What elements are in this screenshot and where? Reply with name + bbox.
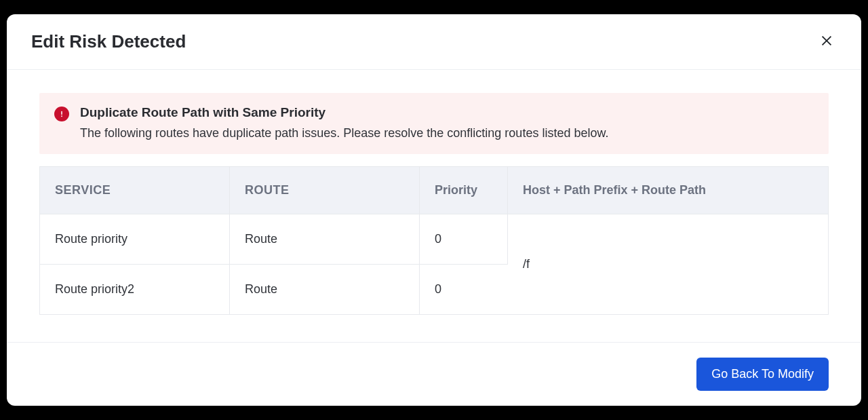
edit-risk-dialog: Edit Risk Detected Duplicate Route Path … [7, 14, 861, 406]
go-back-button[interactable]: Go Back To Modify [696, 358, 829, 391]
alert-message: The following routes have duplicate path… [80, 124, 814, 142]
col-header-service: SERVICE [40, 167, 230, 214]
alert-title: Duplicate Route Path with Same Priority [80, 105, 814, 120]
cell-service: Route priority [40, 214, 230, 265]
cell-priority: 0 [420, 265, 508, 315]
dialog-body: Duplicate Route Path with Same Priority … [7, 70, 861, 342]
col-header-priority: Priority [420, 167, 508, 214]
col-header-hostpath: Host + Path Prefix + Route Path [508, 167, 829, 214]
dialog-title: Edit Risk Detected [31, 31, 186, 52]
cell-route: Route [230, 265, 420, 315]
alert-content: Duplicate Route Path with Same Priority … [80, 105, 814, 142]
table-header-row: SERVICE ROUTE Priority Host + Path Prefi… [40, 167, 829, 214]
conflict-table: SERVICE ROUTE Priority Host + Path Prefi… [39, 166, 829, 315]
cell-hostpath-merged: /f [508, 214, 829, 315]
close-icon [819, 33, 834, 50]
cell-route: Route [230, 214, 420, 265]
dialog-header: Edit Risk Detected [7, 14, 861, 70]
cell-service: Route priority2 [40, 265, 230, 315]
alert-error-icon [54, 107, 69, 121]
alert-banner: Duplicate Route Path with Same Priority … [39, 93, 829, 154]
svg-point-0 [61, 115, 62, 117]
dialog-footer: Go Back To Modify [7, 342, 861, 406]
col-header-route: ROUTE [230, 167, 420, 214]
cell-priority: 0 [420, 214, 508, 265]
table-row: Route priority Route 0 /f [40, 214, 829, 265]
close-button[interactable] [816, 31, 837, 53]
